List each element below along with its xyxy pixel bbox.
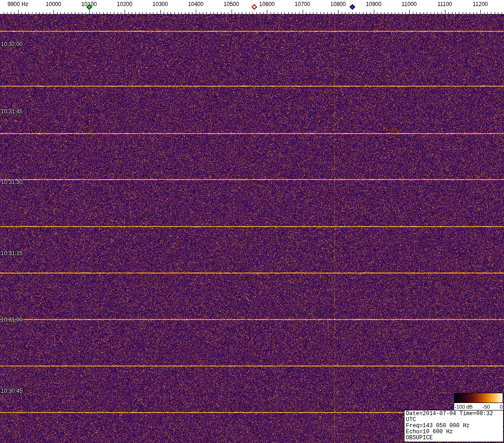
- freq-minor-tick: [498, 12, 498, 14]
- freq-minor-tick: [452, 12, 452, 14]
- freq-minor-tick: [157, 12, 157, 14]
- freq-minor-tick: [388, 12, 388, 14]
- freq-minor-tick: [150, 12, 150, 14]
- freq-minor-tick: [210, 12, 211, 14]
- freq-minor-tick: [356, 12, 356, 14]
- freq-minor-tick: [4, 12, 4, 14]
- freq-minor-tick: [7, 12, 8, 14]
- time-axis-label: 10:31:30: [1, 179, 23, 185]
- colorbar-mid-label: -50: [483, 404, 490, 410]
- frequency-ruler[interactable]: 9900 Hz100001010010200103001040010500106…: [0, 0, 504, 14]
- freq-tick-label: 10600: [259, 1, 274, 7]
- freq-minor-tick: [32, 12, 33, 14]
- freq-minor-tick: [427, 12, 427, 14]
- freq-minor-tick: [93, 12, 93, 14]
- freq-tick-label: 11200: [473, 1, 488, 7]
- freq-major-tick: [196, 10, 196, 14]
- freq-major-tick: [89, 10, 90, 14]
- freq-major-tick: [267, 10, 267, 14]
- freq-minor-tick: [249, 12, 250, 14]
- freq-minor-tick: [57, 12, 58, 14]
- freq-minor-tick: [135, 12, 136, 14]
- freq-minor-tick: [470, 12, 470, 14]
- intensity-colorbar: -100 dB -50 0: [454, 393, 503, 410]
- freq-minor-tick: [181, 12, 182, 14]
- freq-major-tick: [18, 10, 19, 14]
- freq-tick-label: 11000: [402, 1, 417, 7]
- freq-minor-tick: [28, 12, 29, 14]
- freq-major-tick: [409, 10, 410, 14]
- freq-minor-tick: [363, 12, 364, 14]
- spectrogram-canvas: [0, 14, 504, 443]
- freq-minor-tick: [64, 12, 65, 14]
- colorbar-min-label: -100 dB: [455, 404, 473, 410]
- blue-freq-marker[interactable]: [349, 4, 355, 10]
- freq-minor-tick: [206, 12, 207, 14]
- freq-minor-tick: [79, 12, 79, 14]
- freq-minor-tick: [263, 12, 264, 14]
- freq-tick-label: 11100: [438, 1, 452, 7]
- freq-minor-tick: [359, 12, 360, 14]
- freq-minor-tick: [405, 12, 406, 14]
- freq-minor-tick: [60, 12, 61, 14]
- freq-minor-tick: [334, 12, 335, 14]
- freq-minor-tick: [370, 12, 371, 14]
- freq-minor-tick: [110, 12, 111, 14]
- freq-minor-tick: [103, 12, 104, 14]
- freq-minor-tick: [224, 12, 225, 14]
- freq-minor-tick: [107, 12, 107, 14]
- freq-minor-tick: [139, 12, 139, 14]
- freq-minor-tick: [327, 12, 328, 14]
- freq-minor-tick: [167, 12, 168, 14]
- freq-minor-tick: [491, 12, 491, 14]
- freq-minor-tick: [121, 12, 121, 14]
- freq-minor-tick: [36, 12, 36, 14]
- freq-minor-tick: [128, 12, 129, 14]
- freq-minor-tick: [71, 12, 72, 14]
- freq-minor-tick: [288, 12, 289, 14]
- freq-minor-tick: [398, 12, 399, 14]
- freq-minor-tick: [502, 12, 502, 14]
- freq-minor-tick: [487, 12, 488, 14]
- spectrogram-area: 10:32:0010:31:4510:31:3010:31:1510:31:00…: [0, 14, 504, 443]
- colorbar-scale-labels: -100 dB -50 0: [454, 403, 503, 410]
- freq-minor-tick: [228, 12, 228, 14]
- freq-minor-tick: [252, 12, 253, 14]
- freq-minor-tick: [416, 12, 417, 14]
- freq-minor-tick: [203, 12, 203, 14]
- freq-major-tick: [160, 10, 161, 14]
- freq-minor-tick: [46, 12, 47, 14]
- freq-minor-tick: [217, 12, 218, 14]
- freq-minor-tick: [274, 12, 274, 14]
- freq-major-tick: [232, 10, 232, 14]
- freq-tick-label: 10300: [153, 1, 168, 7]
- freq-minor-tick: [295, 12, 296, 14]
- freq-major-tick: [53, 10, 54, 14]
- freq-minor-tick: [448, 12, 449, 14]
- freq-minor-tick: [292, 12, 292, 14]
- freq-minor-tick: [178, 12, 179, 14]
- colorbar-max-label: 0: [500, 404, 503, 410]
- freq-minor-tick: [463, 12, 463, 14]
- freq-minor-tick: [424, 12, 424, 14]
- freq-minor-tick: [466, 12, 466, 14]
- freq-major-tick: [125, 10, 125, 14]
- freq-minor-tick: [313, 12, 313, 14]
- freq-minor-tick: [285, 12, 285, 14]
- spectrum-waterfall-window: 9900 Hz100001010010200103001040010500106…: [0, 0, 504, 443]
- freq-minor-tick: [235, 12, 235, 14]
- freq-minor-tick: [381, 12, 381, 14]
- freq-minor-tick: [281, 12, 282, 14]
- freq-minor-tick: [245, 12, 246, 14]
- freq-minor-tick: [39, 12, 40, 14]
- freq-minor-tick: [395, 12, 395, 14]
- freq-minor-tick: [82, 12, 82, 14]
- time-axis-label: 10:32:00: [1, 41, 23, 47]
- freq-minor-tick: [431, 12, 431, 14]
- info-line-datetime: Date=2014-07-04 Time=08:32 UTC: [406, 411, 502, 423]
- freq-minor-tick: [43, 12, 43, 14]
- freq-minor-tick: [324, 12, 324, 14]
- red-freq-marker[interactable]: [252, 4, 258, 10]
- freq-minor-tick: [477, 12, 477, 14]
- freq-tick-label: 10400: [188, 1, 203, 7]
